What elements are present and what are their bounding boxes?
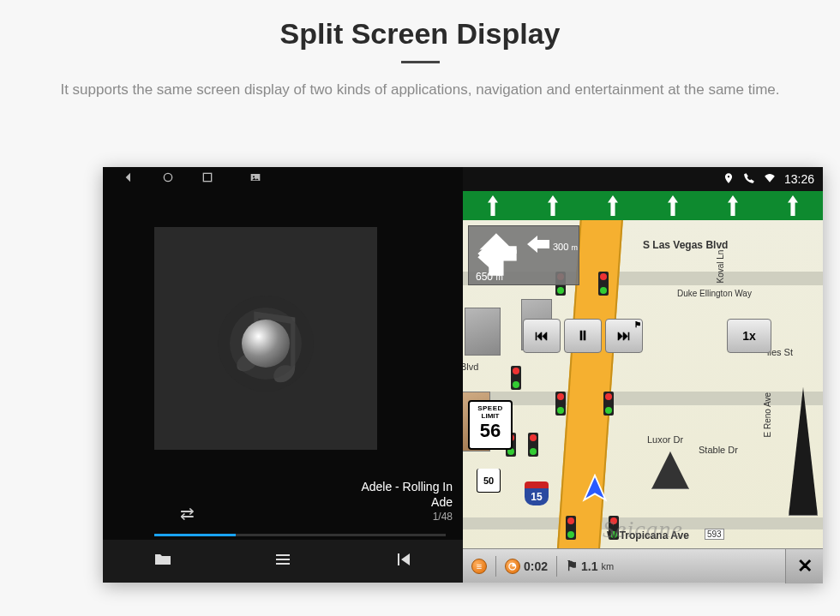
turn-instruction: 300 m 650 m — [468, 225, 579, 285]
address-number: 593 — [705, 529, 724, 540]
track-artist: Ade — [361, 495, 453, 509]
speed-label: SPEED — [470, 404, 511, 412]
title-underline — [401, 61, 440, 63]
street-label: E Reno Ave — [763, 392, 772, 438]
sim-speed-button[interactable]: 1x — [727, 319, 771, 353]
route-shield-icon: 50 — [477, 469, 501, 493]
traffic-light-icon — [598, 272, 609, 296]
lane-arrow-icon — [665, 195, 681, 216]
location-icon — [723, 172, 735, 187]
footer-menu-button[interactable]: ≡ — [463, 559, 495, 574]
lane-arrow-icon — [785, 195, 801, 216]
elapsed-time: ◔ 0:02 — [496, 559, 556, 574]
flag-icon: ⚑ — [634, 320, 641, 329]
map-canvas[interactable]: S Las Vegas Blvd Koval Ln Duke Ellington… — [463, 220, 823, 548]
next-turn-distance: 300 m — [553, 242, 578, 252]
street-label: egas Blvd — [463, 362, 478, 372]
flag-icon: ⚑ — [566, 558, 578, 574]
speed-label: LIMIT — [470, 412, 511, 420]
street-label: W Tropicana Ave — [607, 529, 689, 541]
track-index: 1/48 — [361, 511, 453, 523]
progress-bar[interactable] — [154, 534, 446, 536]
sim-pause-button[interactable]: ⏸ — [564, 319, 602, 353]
building-pyramid — [789, 387, 818, 516]
picture-icon[interactable] — [249, 170, 262, 188]
track-meta: Adele - Rolling In Ade 1/48 — [361, 480, 453, 523]
android-nav-bar — [103, 167, 463, 191]
svg-point-3 — [253, 176, 255, 177]
speed-value: 56 — [470, 420, 511, 442]
menu-icon: ≡ — [471, 559, 487, 574]
virtual-joystick[interactable] — [242, 320, 290, 368]
turn-left-small-icon — [525, 231, 551, 257]
lane-arrow-icon — [485, 195, 501, 216]
street-label: Luxor Dr — [647, 434, 683, 445]
recent-icon[interactable] — [201, 170, 214, 188]
remaining-distance: ⚑ 1.1 km — [557, 558, 622, 574]
close-button[interactable]: ✕ — [785, 549, 823, 583]
sim-controls: ⏮⚑ ⏸ ⏭⚑ — [523, 319, 643, 353]
lane-arrow-icon — [545, 195, 561, 216]
traffic-light-icon — [603, 392, 614, 416]
road — [463, 517, 823, 529]
lane-arrow-icon — [605, 195, 621, 216]
sim-next-button[interactable]: ⏭⚑ — [605, 319, 643, 353]
building-pyramid — [651, 452, 689, 489]
lane-arrow-icon — [725, 195, 741, 216]
music-bottom-bar — [103, 540, 463, 583]
lane-guidance — [463, 191, 823, 220]
split-screen-device: ♫ Adele - Rolling In Ade 1/48 ⇄ 2:02 13:… — [103, 167, 823, 583]
svg-rect-1 — [203, 173, 211, 181]
back-icon[interactable] — [122, 170, 135, 188]
home-icon[interactable] — [161, 170, 175, 188]
street-label: Koval Ln — [716, 250, 725, 284]
navigation-pane: 13:26 — [463, 167, 823, 583]
clock: 13:26 — [784, 172, 814, 186]
speed-limit-sign: SPEED LIMIT 56 — [468, 400, 513, 450]
traffic-light-icon — [511, 366, 521, 390]
track-title: Adele - Rolling In — [361, 480, 453, 493]
street-label: Duke Ellington Way — [677, 289, 752, 298]
previous-icon[interactable] — [393, 549, 413, 573]
folder-icon[interactable] — [153, 549, 173, 573]
street-label: Stable Dr — [699, 445, 738, 455]
building-3d — [465, 308, 501, 356]
svg-point-0 — [164, 173, 171, 181]
clock-icon: ◔ — [505, 559, 520, 574]
traffic-light-icon — [555, 392, 566, 416]
vehicle-cursor-icon — [579, 474, 610, 505]
nav-footer: ≡ ◔ 0:02 ⚑ 1.1 km ✕ — [463, 548, 823, 583]
music-pane: ♫ Adele - Rolling In Ade 1/48 ⇄ 2:02 — [103, 167, 463, 583]
status-bar: 13:26 — [463, 167, 823, 191]
page-subtitle: It supports the same screen display of t… — [34, 79, 806, 101]
total-turn-distance: 650 m — [476, 271, 503, 283]
traffic-light-icon — [566, 516, 576, 540]
traffic-light-icon — [528, 433, 538, 457]
sim-prev-button[interactable]: ⏮⚑ — [523, 319, 561, 353]
wifi-icon — [764, 172, 776, 187]
shuffle-icon[interactable]: ⇄ — [180, 503, 195, 523]
phone-icon — [743, 172, 755, 187]
page-title: Split Screen Display — [34, 17, 806, 51]
list-icon[interactable] — [273, 549, 293, 573]
interstate-shield-icon: 15 — [525, 481, 549, 505]
